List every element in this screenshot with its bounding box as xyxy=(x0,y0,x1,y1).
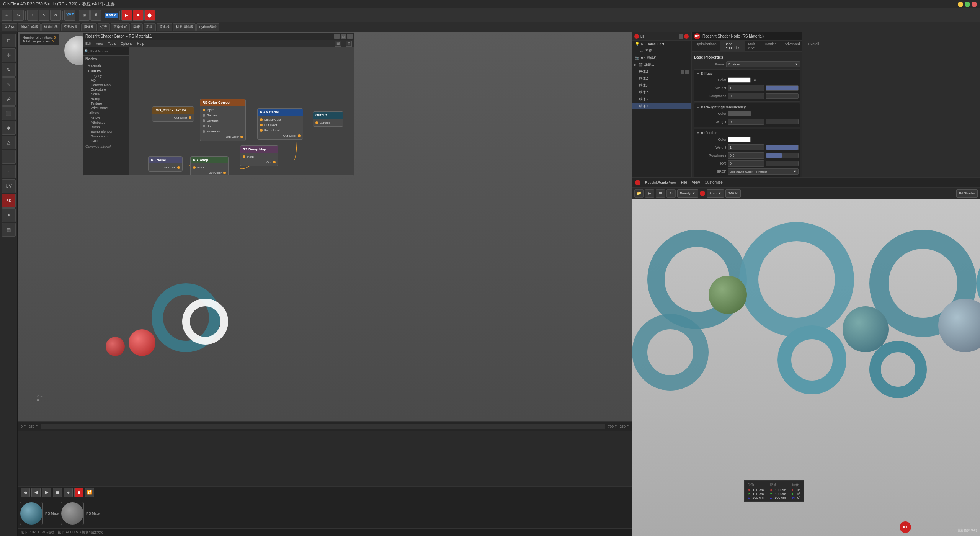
立方体-btn[interactable]: 立方体 xyxy=(2,23,17,31)
brush-icon[interactable]: 🖌 xyxy=(2,92,16,106)
maximize-btn[interactable] xyxy=(965,2,970,7)
sg-max-btn[interactable]: □ xyxy=(341,34,346,39)
node-ramp[interactable]: RS Ramp Input Out Color xyxy=(190,156,229,175)
back-lighting-expand-icon[interactable]: ▼ xyxy=(697,106,699,109)
render-btn[interactable]: ⬤ xyxy=(144,10,155,21)
material-thumb-1[interactable] xyxy=(20,502,43,525)
rot-p-val[interactable]: 0° xyxy=(797,488,800,492)
node-bump-map[interactable]: RS Bump Map Input Out xyxy=(240,145,278,166)
redo-btn[interactable]: ↪ xyxy=(13,10,24,21)
nodes-cat-textures[interactable]: Textures xyxy=(83,68,129,74)
scene-item-sphere-6[interactable]: 球体.6 xyxy=(632,68,691,75)
refl-roughness-val[interactable]: 0.5 xyxy=(728,152,764,159)
scene-item-camera[interactable]: 📷 RS 摄像机 xyxy=(632,54,691,61)
毛发-btn[interactable]: 毛发 xyxy=(144,23,156,31)
sg-menu-help[interactable]: Help xyxy=(137,42,144,46)
snap-btn[interactable]: ⊞ xyxy=(79,10,90,21)
nodes-search-input[interactable] xyxy=(89,47,127,56)
rv-file-btn[interactable]: 📁 xyxy=(634,189,644,198)
nodes-item-bump-blender[interactable]: Bump Blender xyxy=(83,129,129,134)
scene-item-scene[interactable]: ▶ 🎬 场景.1 xyxy=(632,61,691,68)
move-icon[interactable]: ✛ xyxy=(2,48,16,62)
diffuse-weight-slider[interactable] xyxy=(766,85,799,91)
scene-item-sphere-2[interactable]: 球体.2 xyxy=(632,96,691,103)
point-icon[interactable]: · xyxy=(2,165,16,178)
scale-icon[interactable]: ⤡ xyxy=(2,77,16,91)
nodes-cat-materials[interactable]: Materials xyxy=(83,63,129,68)
nodes-item-bump[interactable]: Bump xyxy=(83,125,129,129)
sg-menu-options[interactable]: Options xyxy=(121,42,132,46)
bl-weight-val[interactable]: 0 xyxy=(728,119,764,125)
nodes-item-legacy[interactable]: Legacy xyxy=(83,74,129,78)
reflection-expand-icon[interactable]: ▼ xyxy=(697,132,699,134)
rv-menu-file[interactable]: File xyxy=(681,180,687,185)
extrude-icon[interactable]: ⬛ xyxy=(2,106,16,120)
reflow-btn[interactable]: 流水线 xyxy=(157,23,172,31)
tab-coating[interactable]: Coating xyxy=(761,41,781,51)
close-btn[interactable] xyxy=(972,2,977,7)
rv-fit-btn[interactable]: Fit Shader xyxy=(956,189,978,198)
rec-btn[interactable]: ⏺ xyxy=(133,10,144,21)
uv-icon[interactable]: UV xyxy=(2,179,16,193)
diffuse-color-swatch[interactable] xyxy=(728,77,751,83)
sg-zoom-fit[interactable]: ⊞ xyxy=(335,41,341,47)
nodes-item-texture[interactable]: Texture xyxy=(83,101,129,106)
particle-icon[interactable]: ✦ xyxy=(2,208,16,222)
sg-min-btn[interactable]: _ xyxy=(334,34,340,39)
pos-x-val[interactable]: 100 cm xyxy=(753,488,764,492)
record-btn[interactable]: ⏺ xyxy=(74,488,83,497)
rv-menu-view[interactable]: View xyxy=(692,180,700,185)
sg-settings[interactable]: ⚙ xyxy=(346,41,352,47)
sg-menu-view[interactable]: View xyxy=(96,42,103,46)
refl-weight-val[interactable]: 1 xyxy=(728,144,764,150)
rv-auto-dropdown[interactable]: Auto ▼ xyxy=(707,189,724,198)
stop-btn[interactable]: ⏹ xyxy=(53,488,62,497)
scale-btn[interactable]: ⤡ xyxy=(39,10,49,21)
nodes-item-c4d[interactable]: C4D xyxy=(83,139,129,143)
摄像机-btn[interactable]: 摄像机 xyxy=(81,23,97,31)
bl-color-swatch[interactable] xyxy=(728,111,751,116)
scene-item-sphere-5[interactable]: 球体.5 xyxy=(632,75,691,82)
nodes-item-camera-map[interactable]: Camera Map xyxy=(83,83,129,87)
prev-frame-btn[interactable]: ⏮ xyxy=(21,488,30,497)
poly-icon[interactable]: △ xyxy=(2,136,16,149)
refl-ior-slider[interactable] xyxy=(766,161,799,166)
node-material[interactable]: RS Material Diffuse Color Out Color xyxy=(257,108,303,140)
灯光-btn[interactable]: 灯光 xyxy=(98,23,110,31)
tab-optimizations[interactable]: Optimizations xyxy=(692,41,721,51)
next-frame-btn[interactable]: ⏭ xyxy=(64,488,73,497)
texture-icon[interactable]: ▦ xyxy=(2,223,16,237)
rv-play-btn[interactable]: ▶ xyxy=(645,189,654,198)
nodes-item-curvature[interactable]: Curvature xyxy=(83,87,129,92)
scale-y-val[interactable]: 100 cm xyxy=(775,492,786,496)
move-btn[interactable]: ↕ xyxy=(27,10,38,21)
scene-item-sphere-3[interactable]: 球体.3 xyxy=(632,89,691,96)
refl-anisotropy-slider[interactable] xyxy=(728,177,799,177)
refl-weight-slider[interactable] xyxy=(766,145,799,150)
play-btn-toolbar[interactable]: ▶ xyxy=(121,10,132,21)
play-reverse-btn[interactable]: ◀ xyxy=(31,488,41,497)
nodes-item-attributes[interactable]: Attributes xyxy=(83,120,129,125)
scale-z-val[interactable]: 100 cm xyxy=(774,496,786,500)
cinema4d-btn[interactable]: Python编辑 xyxy=(196,23,219,31)
scale-x-val[interactable]: 100 cm xyxy=(775,488,786,492)
play-btn[interactable]: ▶ xyxy=(42,488,51,497)
tab-base-properties[interactable]: Base Properties xyxy=(721,41,745,51)
refl-color-swatch[interactable] xyxy=(728,137,751,142)
node-output[interactable]: Output Surface xyxy=(313,111,343,127)
rot-b-val[interactable]: 0° xyxy=(797,492,800,496)
node-texture[interactable]: IMG_2137 - Texture Out Color xyxy=(152,106,194,122)
undo-btn[interactable]: ↩ xyxy=(2,10,12,21)
效果-btn[interactable]: 变形效果 xyxy=(61,23,80,31)
viewport[interactable]: Number of emitters: 0 Total live particl… xyxy=(18,32,632,421)
sg-menu-tools[interactable]: Tools xyxy=(108,42,116,46)
bl-weight-slider[interactable] xyxy=(766,119,799,124)
tab-advanced[interactable]: Advanced xyxy=(781,41,804,51)
rv-refresh-btn[interactable]: ↻ xyxy=(666,189,676,198)
rotate-btn[interactable]: ↻ xyxy=(50,10,61,21)
diffuse-color-picker-btn[interactable]: ✏ xyxy=(752,77,758,83)
bevel-icon[interactable]: ◆ xyxy=(2,121,16,135)
tab-multi-sss[interactable]: Multi-SSS xyxy=(745,41,761,51)
scene-item-plane[interactable]: ▭ 平面 xyxy=(632,47,691,54)
动态-btn[interactable]: 动态 xyxy=(131,23,143,31)
